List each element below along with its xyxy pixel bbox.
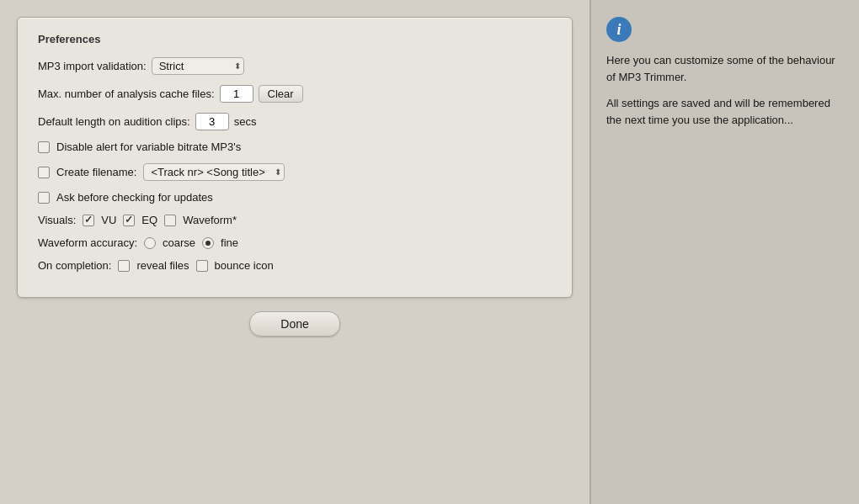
preferences-title: Preferences bbox=[38, 33, 552, 45]
cache-files-input[interactable] bbox=[220, 85, 253, 103]
create-filename-label: Create filename: bbox=[56, 166, 136, 178]
audition-clips-row: Default length on audition clips: secs bbox=[38, 113, 552, 130]
audition-clips-input[interactable] bbox=[195, 113, 229, 130]
disable-alert-checkbox[interactable] bbox=[38, 141, 50, 153]
preferences-box: Preferences MP3 import validation: None … bbox=[17, 17, 573, 298]
done-button[interactable]: Done bbox=[249, 311, 339, 337]
filename-select[interactable]: <Track nr> <Song title> <Song title> <Tr… bbox=[143, 163, 285, 181]
mp3-validation-label: MP3 import validation: bbox=[38, 60, 147, 72]
ask-updates-row: Ask before checking for updates bbox=[38, 191, 552, 204]
coarse-radio[interactable] bbox=[144, 237, 156, 249]
waveform-checkbox[interactable] bbox=[164, 215, 176, 226]
ask-updates-label: Ask before checking for updates bbox=[56, 191, 213, 204]
left-panel: Preferences MP3 import validation: None … bbox=[0, 0, 590, 504]
mp3-validation-select[interactable]: None Strict Loose bbox=[152, 57, 244, 75]
create-filename-checkbox[interactable] bbox=[38, 167, 50, 178]
info-icon: i bbox=[606, 17, 632, 42]
reveal-files-label: reveal files bbox=[136, 259, 189, 272]
mp3-validation-select-wrapper: None Strict Loose bbox=[152, 57, 244, 75]
eq-checkbox[interactable] bbox=[123, 215, 135, 226]
eq-label: EQ bbox=[141, 214, 157, 226]
on-completion-row: On completion: reveal files bounce icon bbox=[38, 259, 552, 272]
info-text-2: All settings are saved and will be remem… bbox=[606, 95, 844, 128]
cache-files-label: Max. number of analysis cache files: bbox=[38, 88, 215, 100]
fine-label: fine bbox=[221, 236, 238, 249]
vu-label: VU bbox=[101, 214, 116, 226]
filename-select-wrapper: <Track nr> <Song title> <Song title> <Tr… bbox=[143, 163, 285, 181]
visuals-label: Visuals: bbox=[38, 214, 76, 226]
waveform-label: Waveform* bbox=[183, 214, 237, 226]
mp3-validation-row: MP3 import validation: None Strict Loose bbox=[38, 57, 552, 75]
info-text-1: Here you can customize some of the behav… bbox=[606, 52, 844, 85]
ask-updates-checkbox[interactable] bbox=[38, 192, 50, 204]
create-filename-row: Create filename: <Track nr> <Song title>… bbox=[38, 163, 552, 181]
clear-button[interactable]: Clear bbox=[259, 85, 303, 103]
disable-alert-label: Disable alert for variable bitrate MP3's bbox=[56, 141, 241, 153]
visuals-row: Visuals: VU EQ Waveform* bbox=[38, 214, 552, 226]
vu-checkbox[interactable] bbox=[83, 215, 94, 226]
bounce-icon-checkbox[interactable] bbox=[196, 260, 208, 272]
waveform-accuracy-row: Waveform accuracy: coarse fine bbox=[38, 236, 552, 249]
right-panel: i Here you can customize some of the beh… bbox=[590, 0, 859, 504]
waveform-accuracy-label: Waveform accuracy: bbox=[38, 236, 137, 249]
coarse-label: coarse bbox=[163, 236, 195, 249]
bounce-icon-label: bounce icon bbox=[215, 259, 274, 272]
on-completion-label: On completion: bbox=[38, 259, 111, 272]
secs-label: secs bbox=[234, 115, 257, 128]
fine-radio[interactable] bbox=[202, 237, 214, 249]
audition-clips-label: Default length on audition clips: bbox=[38, 115, 190, 128]
disable-alert-row: Disable alert for variable bitrate MP3's bbox=[38, 141, 552, 153]
cache-files-row: Max. number of analysis cache files: Cle… bbox=[38, 85, 552, 103]
reveal-files-checkbox[interactable] bbox=[118, 260, 130, 272]
info-text: Here you can customize some of the behav… bbox=[606, 52, 844, 128]
